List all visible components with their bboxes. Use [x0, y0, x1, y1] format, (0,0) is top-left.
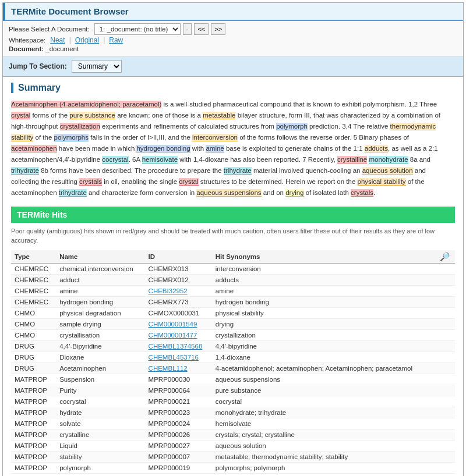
- cell-synonyms: amine: [212, 285, 436, 296]
- cell-synonyms: pure substance: [212, 385, 436, 396]
- hl-crystalline: crystalline: [337, 156, 367, 164]
- cell-type: CHEMREC: [11, 274, 56, 285]
- table-header-row: Type Name ID Hit Synonyms 🔎: [11, 250, 455, 264]
- cell-name: amine: [56, 285, 144, 296]
- cell-id: MPRP000019: [145, 462, 212, 473]
- hl-polymorphs1: polymorphs: [54, 134, 89, 141]
- cell-name: Suspension: [56, 374, 144, 385]
- hl-hydrogen-bonding: hydrogen bonding: [136, 145, 190, 152]
- doc-info-row: Document: _document: [9, 45, 457, 52]
- table-row: CHMOsample dryingCHM000001549drying: [11, 318, 455, 329]
- termite-hits-header: TERMite Hits: [11, 207, 455, 223]
- col-synonyms: Hit Synonyms: [212, 250, 436, 264]
- table-row: CHEMRECchemical interconversionCHEMRX013…: [11, 263, 455, 274]
- cell-synonyms: 4-acetamidophenol; acetaminophen; Acetam…: [212, 363, 436, 374]
- cell-synonyms: aqueous suspensions: [212, 374, 436, 385]
- cell-name: crystallisation: [56, 329, 144, 340]
- cell-name: solvate: [56, 418, 144, 429]
- cell-id[interactable]: CHEMBL453716: [145, 351, 212, 363]
- table-row: CHEMRECadductCHEMRX012adducts: [11, 274, 455, 285]
- cell-id: MPRP000026: [145, 429, 212, 440]
- table-row: DRUGDioxaneCHEMBL4537161,4-dioxane: [11, 351, 455, 363]
- hl-acetaminophen2: acetaminophen: [11, 145, 57, 152]
- hl-crystal1: crystal: [11, 112, 30, 119]
- hl-interconversion: interconversion: [192, 134, 238, 141]
- hl-aqueous-suspensions: aqueous suspensions: [196, 189, 261, 197]
- nav-minus-button[interactable]: -: [183, 23, 192, 35]
- table-row: CHEMRECamineCHEBI32952amine: [11, 285, 455, 296]
- ws-original-link[interactable]: Original: [75, 36, 99, 44]
- ws-raw-link[interactable]: Raw: [109, 36, 123, 44]
- cell-type: CHMO: [11, 307, 56, 318]
- cell-id[interactable]: CHM000001477: [145, 329, 212, 340]
- hl-crystal2: crystal: [179, 178, 198, 186]
- cell-type: CHEMREC: [11, 296, 56, 307]
- cell-type: MATPROP: [11, 396, 56, 407]
- cell-id: CHEMRX012: [145, 274, 212, 285]
- nav-next-button[interactable]: >>: [211, 23, 225, 35]
- document-select[interactable]: 1: _document: (no title): [94, 23, 181, 35]
- hl-trihydrate3: trihydrate: [59, 189, 87, 197]
- cell-synonyms: hydrogen bonding: [212, 296, 436, 307]
- cell-id[interactable]: CHEBI32952: [145, 285, 212, 296]
- summary-section-title: Summary: [11, 83, 455, 93]
- hl-hemisolvate: hemisolvate: [142, 156, 178, 164]
- table-row: DRUGAcetaminophenCHEMBL1124-acetamidophe…: [11, 363, 455, 374]
- hl-metastable: metastable: [203, 112, 235, 119]
- hl-drying: drying: [285, 189, 303, 197]
- cell-name: Dioxane: [56, 351, 144, 363]
- cell-id[interactable]: CHEMBL112: [145, 363, 212, 374]
- cell-type: MATPROP: [11, 429, 56, 440]
- hl-polymorph1: polymorph: [276, 123, 308, 130]
- hl-crystals1: crystals: [79, 178, 102, 186]
- summary-p1: Acetaminophen (4-acetamidophenol; parace…: [11, 101, 440, 197]
- hl-aqueous-solution: aqueous solution: [362, 167, 413, 175]
- cell-type: CHMO: [11, 318, 56, 329]
- table-row: MATPROPstabilityMPRP000007metastable; th…: [11, 451, 455, 462]
- col-filter: 🔎: [436, 250, 455, 264]
- jump-label: Jump To Section:: [9, 62, 67, 70]
- hl-trihydrate1: trihydrate: [11, 167, 39, 175]
- whitespace-row: Whitespace: Neat | Original | Raw: [9, 36, 457, 44]
- cell-synonyms: hemisolvate: [212, 418, 436, 429]
- cell-synonyms: crystals; crystal; crystalline: [212, 429, 436, 440]
- cell-type: CHEMREC: [11, 285, 56, 296]
- cell-synonyms: adducts: [212, 274, 436, 285]
- cell-type: MATPROP: [11, 418, 56, 429]
- hl-trihydrate2: trihydrate: [224, 167, 252, 175]
- app-container: TERMite Document Browser Please Select A…: [2, 2, 464, 476]
- select-label: Please Select A Document:: [9, 26, 90, 33]
- nav-prev-button[interactable]: <<: [194, 23, 209, 35]
- cell-type: MATPROP: [11, 451, 56, 462]
- cell-type: MATPROP: [11, 462, 56, 473]
- doc-select-row: Please Select A Document: 1: _document: …: [9, 23, 457, 35]
- cell-id[interactable]: CHM000001549: [145, 318, 212, 329]
- jump-select[interactable]: Summary: [72, 60, 122, 73]
- cell-id[interactable]: CHEMBL1374568: [145, 340, 212, 351]
- table-row: MATPROPLiquidMPRP000027aqueous solution: [11, 440, 455, 451]
- cell-id: MPRP000023: [145, 407, 212, 418]
- table-row: CHEMREChydrogen bondingCHEMRX773hydrogen…: [11, 296, 455, 307]
- table-row: MATPROPhydrateMPRP000023monohydrate; tri…: [11, 407, 455, 418]
- cell-synonyms: metastable; thermodynamic stability; sta…: [212, 451, 436, 462]
- cell-synonyms: monohydrate; trihydrate: [212, 407, 436, 418]
- hits-table: Type Name ID Hit Synonyms 🔎 CHEMRECchemi…: [11, 250, 455, 474]
- cell-id: MPRP000024: [145, 418, 212, 429]
- cell-name: Acetaminophen: [56, 363, 144, 374]
- col-id: ID: [145, 250, 212, 264]
- cell-synonyms: interconversion: [212, 263, 436, 274]
- app-title: TERMite Document Browser: [11, 6, 129, 16]
- cell-name: sample drying: [56, 318, 144, 329]
- hl-monohydrate: monohydrate: [369, 156, 408, 164]
- cell-type: DRUG: [11, 351, 56, 363]
- cell-id: MPRP000064: [145, 385, 212, 396]
- col-name: Name: [56, 250, 144, 264]
- ws-neat-link[interactable]: Neat: [50, 36, 65, 44]
- hl-pure-substance: pure substance: [69, 112, 115, 119]
- toolbar: Please Select A Document: 1: _document: …: [3, 21, 463, 56]
- cell-type: DRUG: [11, 340, 56, 351]
- filter-icon[interactable]: 🔎: [440, 252, 450, 261]
- title-bar: TERMite Document Browser: [3, 3, 463, 21]
- cell-name: Liquid: [56, 440, 144, 451]
- whitespace-label: Whitespace:: [9, 37, 45, 44]
